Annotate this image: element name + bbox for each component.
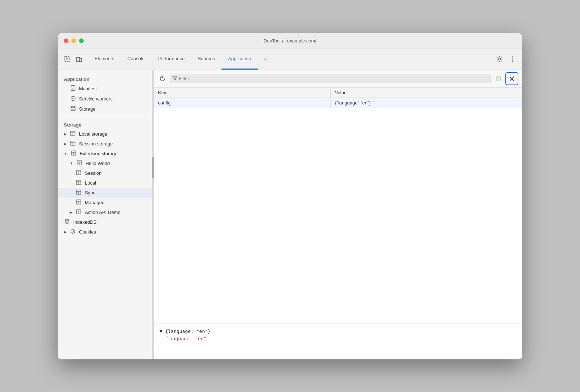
tab-performance[interactable]: Performance bbox=[151, 49, 191, 70]
arrow-session-storage: ▶ bbox=[64, 142, 67, 146]
sidebar-item-label: Hello World bbox=[86, 161, 110, 166]
sidebar-item-label: IndexedDB bbox=[73, 219, 96, 225]
filter-no-entry-button[interactable] bbox=[494, 74, 503, 83]
table-row[interactable]: config {"language":"en"} bbox=[154, 98, 522, 108]
svg-rect-3 bbox=[76, 57, 80, 62]
service-workers-icon bbox=[70, 96, 76, 102]
session-icon bbox=[75, 170, 82, 176]
refresh-button[interactable] bbox=[157, 74, 167, 84]
right-panel: Key Value config {"language":"en"} ▼ bbox=[154, 70, 522, 359]
sidebar-item-extension-storage[interactable]: ▼ Extension storage bbox=[58, 149, 152, 158]
more-options-button[interactable] bbox=[507, 53, 518, 65]
sidebar-section-application: Application bbox=[58, 74, 152, 83]
filter-funnel-icon bbox=[173, 76, 177, 82]
sidebar-item-storage-app[interactable]: Storage bbox=[58, 104, 152, 114]
preview-property-value: "en" bbox=[195, 336, 206, 341]
preview-colon: : bbox=[190, 336, 195, 341]
svg-point-5 bbox=[499, 58, 501, 60]
sidebar: Application Manifest bbox=[58, 70, 152, 359]
filter-input-wrap bbox=[170, 74, 492, 83]
close-button[interactable] bbox=[64, 38, 69, 43]
tabs-container: Elements Console Performance Sources App… bbox=[88, 49, 490, 70]
tab-more[interactable]: » bbox=[258, 49, 273, 70]
sidebar-scrollbar[interactable] bbox=[152, 70, 154, 359]
sidebar-item-hello-world[interactable]: ▼ Hello World bbox=[58, 158, 152, 168]
sidebar-item-label: Session storage bbox=[79, 141, 113, 147]
svg-point-15 bbox=[73, 98, 74, 99]
svg-point-14 bbox=[71, 98, 72, 99]
arrow-extension-storage: ▼ bbox=[64, 152, 67, 156]
filter-bar bbox=[154, 70, 522, 88]
svg-point-46 bbox=[72, 230, 72, 231]
tab-elements[interactable]: Elements bbox=[88, 49, 121, 70]
svg-point-48 bbox=[73, 231, 74, 232]
preview-obj-expanded: ▼ {language: "en"} bbox=[160, 329, 211, 334]
tab-console[interactable]: Console bbox=[121, 49, 151, 70]
preview-line-2: language: "en" bbox=[167, 335, 516, 343]
svg-point-8 bbox=[512, 61, 513, 62]
sidebar-item-sync[interactable]: Sync bbox=[58, 188, 152, 198]
extension-storage-icon bbox=[70, 150, 77, 157]
filter-x-button[interactable] bbox=[505, 72, 518, 85]
svg-point-49 bbox=[72, 232, 73, 232]
sidebar-item-local[interactable]: Local bbox=[58, 178, 152, 188]
sidebar-item-label: Local bbox=[85, 180, 96, 186]
cell-key: config bbox=[154, 98, 330, 108]
svg-point-6 bbox=[512, 57, 513, 58]
toolbar-left-icons bbox=[58, 49, 88, 70]
sidebar-item-manifest[interactable]: Manifest bbox=[58, 83, 152, 94]
svg-point-44 bbox=[65, 219, 69, 221]
preview-property-key: language bbox=[167, 336, 190, 341]
tab-application[interactable]: Application bbox=[221, 49, 258, 70]
arrow-local-storage: ▶ bbox=[64, 132, 67, 136]
arrow-cookies: ▶ bbox=[64, 230, 67, 234]
arrow-action-api-demo: ▶ bbox=[70, 210, 72, 214]
device-toolbar-button[interactable] bbox=[73, 53, 85, 65]
sidebar-item-cookies[interactable]: ▶ Cookies bbox=[58, 227, 152, 237]
minimize-button[interactable] bbox=[71, 38, 76, 43]
sidebar-item-indexeddb[interactable]: IndexedDB bbox=[58, 217, 152, 227]
maximize-button[interactable] bbox=[79, 38, 84, 43]
svg-point-45 bbox=[71, 229, 75, 233]
cell-value: {"language":"en"} bbox=[330, 98, 522, 108]
sidebar-divider bbox=[58, 117, 152, 117]
preview-line-1: ▼ {language: "en"} bbox=[160, 328, 516, 335]
svg-point-13 bbox=[71, 96, 75, 100]
sidebar-item-label: Manifest bbox=[79, 86, 97, 91]
toolbar: Elements Console Performance Sources App… bbox=[58, 49, 522, 70]
svg-point-47 bbox=[73, 230, 74, 231]
local-storage-icon bbox=[70, 131, 76, 137]
inspect-element-button[interactable] bbox=[61, 53, 72, 65]
local-icon bbox=[75, 180, 82, 186]
sidebar-item-label: Action API Demo bbox=[85, 210, 120, 215]
sidebar-item-label: Extension storage bbox=[80, 151, 117, 156]
sidebar-item-managed[interactable]: Managed bbox=[58, 198, 152, 207]
sidebar-item-session[interactable]: Session bbox=[58, 168, 152, 178]
sidebar-item-label: Session bbox=[85, 170, 102, 176]
settings-button[interactable] bbox=[494, 53, 505, 65]
window-title: DevTools - example.com/ bbox=[264, 38, 316, 44]
storage-app-icon bbox=[70, 106, 76, 112]
svg-point-7 bbox=[512, 59, 513, 60]
preview-panel: ▼ {language: "en"} language: "en" bbox=[154, 323, 522, 359]
storage-table: Key Value config {"language":"en"} bbox=[154, 88, 522, 108]
toolbar-right-icons bbox=[490, 49, 522, 70]
sidebar-item-label: Sync bbox=[85, 190, 95, 195]
sidebar-item-action-api-demo[interactable]: ▶ Action API Demo bbox=[58, 207, 152, 217]
title-bar: DevTools - example.com/ bbox=[58, 33, 522, 49]
column-header-value: Value bbox=[330, 88, 522, 98]
main-content: Application Manifest bbox=[58, 70, 522, 359]
hello-world-icon bbox=[76, 160, 83, 166]
sidebar-item-label: Service workers bbox=[79, 96, 112, 102]
filter-input[interactable] bbox=[179, 76, 489, 81]
window-controls bbox=[64, 38, 84, 43]
sidebar-item-local-storage[interactable]: ▶ Local storage bbox=[58, 129, 152, 139]
sidebar-item-label: Cookies bbox=[79, 229, 96, 235]
cookies-icon bbox=[70, 229, 76, 235]
sidebar-item-service-workers[interactable]: Service workers bbox=[58, 94, 152, 104]
table-header-row: Key Value bbox=[154, 88, 522, 98]
tab-sources[interactable]: Sources bbox=[191, 49, 221, 70]
sidebar-section-storage: Storage bbox=[58, 120, 152, 129]
sidebar-item-session-storage[interactable]: ▶ Session storage bbox=[58, 139, 152, 149]
managed-icon bbox=[75, 199, 82, 206]
